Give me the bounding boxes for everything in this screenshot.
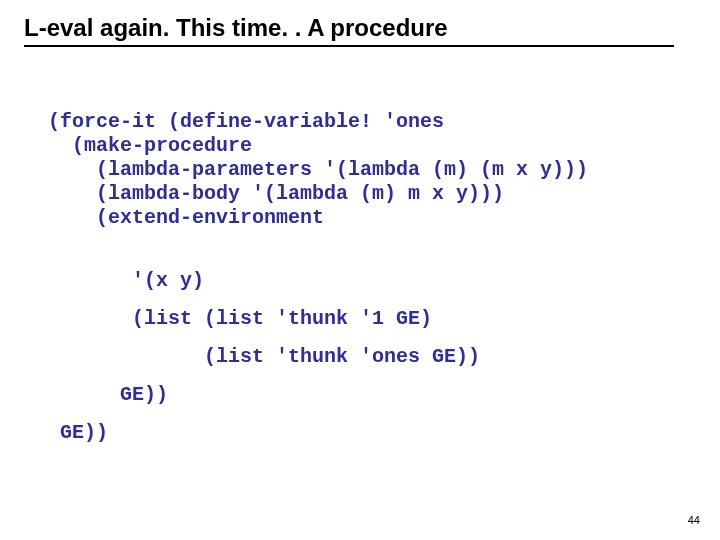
slide-title: L-eval again. This time. . A procedure bbox=[24, 14, 448, 42]
code-block-1: (force-it (define-variable! 'ones (make-… bbox=[48, 110, 588, 230]
page-number: 44 bbox=[688, 514, 700, 526]
title-underline bbox=[24, 45, 674, 47]
code-block-2: '(x y) (list (list 'thunk '1 GE) (list '… bbox=[48, 262, 480, 452]
slide: L-eval again. This time. . A procedure (… bbox=[0, 0, 720, 540]
